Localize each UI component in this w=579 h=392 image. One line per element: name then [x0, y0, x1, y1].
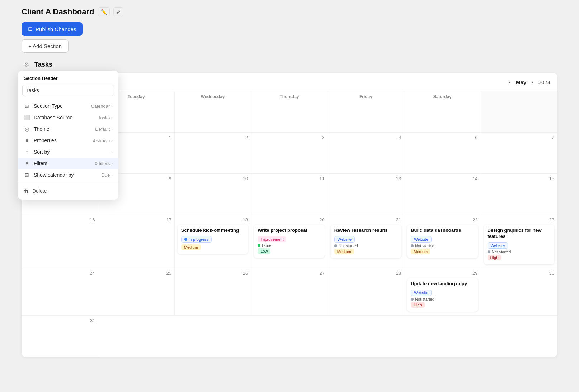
calendar-month: May [516, 79, 526, 85]
task-card-dashboards[interactable]: Build data dashboards Website Not starte… [407, 225, 477, 258]
section-name-input[interactable] [22, 85, 114, 96]
dropdown-label-database-source: Database Source [34, 115, 72, 120]
properties-icon: ≡ [24, 138, 30, 143]
task-tag-improvement: Improvement [258, 236, 286, 242]
task-priority-tag-landing: High [411, 302, 425, 308]
task-card-graphics[interactable]: Design graphics for new features Website… [484, 225, 554, 264]
dropdown-label-section-type: Section Type [34, 103, 63, 109]
task-tag-website-research: Website [334, 236, 355, 243]
publish-changes-button[interactable]: ⊞ Publish Changes [22, 22, 83, 36]
day-header-saturday: Saturday [404, 91, 481, 133]
dropdown-row-section-type[interactable]: ⊞ Section Type Calendar › [18, 100, 118, 112]
dropdown-value-properties: 4 shown [93, 138, 110, 143]
day-header-wednesday: Wednesday [175, 91, 251, 133]
task-card-landing[interactable]: Update new landing copy Website Not star… [407, 278, 477, 312]
calendar-next-button[interactable]: › [529, 77, 535, 87]
publish-icon: ⊞ [28, 26, 33, 32]
calendar-icon: ⊞ [24, 172, 30, 178]
task-status-graphics: Not started [488, 250, 551, 254]
dropdown-value-filters: 0 filters [95, 161, 110, 166]
dropdown-row-properties[interactable]: ≡ Properties 4 shown › [18, 135, 118, 146]
date-may27: 27 [254, 271, 324, 276]
date-may31: 31 [24, 318, 95, 323]
date-may23: 23 [484, 217, 554, 223]
task-card-proposal[interactable]: Write project proposal Improvement Done … [254, 225, 324, 258]
calendar-cell-may7: 7 [481, 133, 557, 174]
calendar-cell-may15: 15 [481, 174, 557, 215]
dropdown-row-filters[interactable]: ≡ Filters 0 filters › [18, 158, 118, 169]
task-priority-tag-graphics: High [488, 255, 502, 260]
dot-not-started-research [334, 244, 337, 247]
task-title-landing: Update new landing copy [411, 281, 474, 287]
task-card-research[interactable]: Review research results Website Not star… [331, 225, 401, 258]
calendar-cell-may25: 25 [98, 268, 174, 316]
dot-not-started-landing [411, 298, 414, 301]
task-title-research: Review research results [334, 228, 397, 234]
chevron-right-icon3: › [111, 127, 113, 131]
calendar-cell-may29: 29 Update new landing copy Website Not s… [404, 268, 481, 316]
dot-in-progress [184, 238, 187, 241]
date-may18: 18 [178, 217, 248, 223]
date-may10: 10 [178, 176, 248, 181]
calendar-cell-may3: 3 [251, 133, 328, 174]
dropdown-row-sort-by[interactable]: ↕ Sort by › [18, 146, 118, 158]
date-may22: 22 [407, 217, 477, 223]
day-header-friday: Friday [328, 91, 404, 133]
task-card-kick-off[interactable]: Schedule kick-off meeting In progress Me… [178, 225, 248, 254]
dropdown-label-calendar-by: Show calendar by [34, 172, 74, 178]
dropdown-row-database-source[interactable]: ⬜ Database Source Tasks › [18, 112, 118, 123]
dropdown-title: Section Header [18, 76, 118, 85]
dropdown-label-sort-by: Sort by [34, 149, 50, 155]
calendar-cell-may14: 14 [404, 174, 481, 215]
calendar-cell-may31: 31 [22, 316, 98, 357]
date-may15: 15 [484, 176, 554, 181]
calendar-cell-may4: 4 [328, 133, 404, 174]
page-title: Client A Dashboard [22, 7, 94, 16]
task-tag-website-dashboards: Website [411, 236, 432, 243]
calendar-cell-may11: 11 [251, 174, 328, 215]
chevron-right-icon5: › [111, 150, 113, 154]
date-may4: 4 [331, 135, 401, 140]
date-may17: 17 [101, 217, 171, 223]
dropdown-label-filters: Filters [34, 161, 47, 166]
open-external-button[interactable]: ⇗ [113, 7, 123, 16]
dot-not-started-dashboards [411, 244, 414, 247]
day-header-thursday: Thursday [251, 91, 328, 133]
section-gear-button[interactable]: ⚙ [22, 60, 32, 70]
dropdown-delete-button[interactable]: 🗑 Delete [18, 185, 118, 197]
dropdown-delete-label: Delete [32, 188, 47, 194]
calendar-cell-may21: 21 Review research results Website Not s… [328, 215, 404, 268]
calendar-cell-may20: 20 Write project proposal Improvement Do… [251, 215, 328, 268]
dropdown-row-theme[interactable]: ◎ Theme Default › [18, 123, 118, 135]
calendar-cell-may23: 23 Design graphics for new features Webs… [481, 215, 557, 268]
dropdown-row-calendar-by[interactable]: ⊞ Show calendar by Due › [18, 169, 118, 181]
task-status-research: Not started [334, 244, 397, 248]
dropdown-label-theme: Theme [34, 126, 50, 132]
date-may29: 29 [407, 271, 477, 276]
calendar-cell-may17: 17 [98, 215, 174, 268]
date-may7: 7 [484, 135, 554, 140]
dropdown-label-properties: Properties [34, 138, 57, 143]
add-section-button[interactable]: + Add Section [22, 39, 69, 53]
calendar-cell-may26: 26 [175, 268, 251, 316]
chevron-right-icon2: › [111, 115, 113, 120]
calendar-cell-may2: 2 [175, 133, 251, 174]
task-title-graphics: Design graphics for new features [488, 228, 551, 240]
sort-icon: ↕ [24, 149, 30, 155]
grid-icon: ⊞ [24, 103, 30, 109]
calendar-year: 2024 [538, 79, 550, 85]
chevron-right-icon6: › [111, 161, 113, 166]
task-tag-website-graphics: Website [488, 242, 508, 249]
task-priority-tag-proposal: Low [258, 248, 270, 254]
theme-icon: ◎ [24, 126, 30, 132]
calendar-cell-may13: 13 [328, 174, 404, 215]
task-status-dashboards: Not started [411, 244, 474, 248]
date-may26: 26 [178, 271, 248, 276]
date-may25: 25 [101, 271, 171, 276]
calendar-prev-button[interactable]: ‹ [507, 77, 513, 87]
task-tag-website-landing: Website [411, 290, 432, 296]
edit-title-button[interactable]: ✏️ [98, 7, 110, 16]
calendar-cell-may28: 28 [328, 268, 404, 316]
task-priority-tag-research: Medium [334, 249, 354, 254]
calendar-cell-may18: 18 Schedule kick-off meeting In progress… [175, 215, 251, 268]
